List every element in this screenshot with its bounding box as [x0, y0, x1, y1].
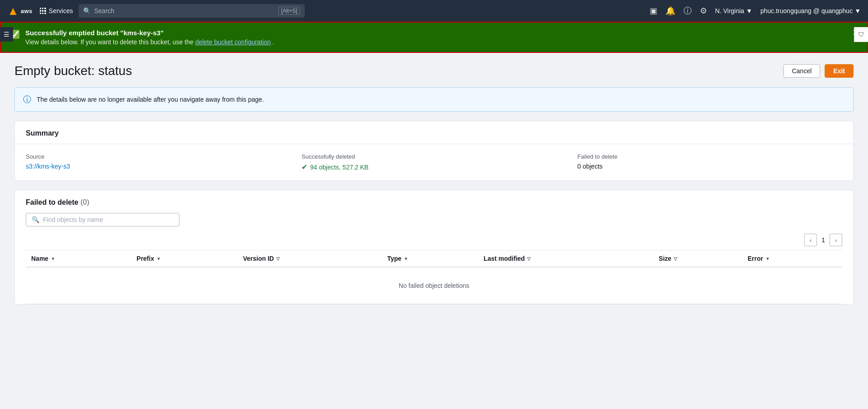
col-size-label: Size [659, 255, 671, 262]
col-type-sort-icon: ▼ [404, 256, 408, 261]
table-pagination-row: ‹ 1 › [26, 234, 842, 250]
col-type[interactable]: Type ▼ [382, 250, 478, 268]
summary-title: Summary [26, 129, 59, 137]
table-header-row: Name ▼ Prefix ▼ [26, 250, 842, 268]
search-container: 🔍 [15, 213, 853, 234]
terminal-icon[interactable]: ▣ [650, 6, 657, 16]
col-size[interactable]: Size ▽ [653, 250, 742, 268]
col-name-sort-icon: ▼ [51, 256, 55, 261]
banner-desc-after: . [273, 38, 274, 46]
source-label: Source [26, 153, 291, 160]
page-title: Empty bucket: status [14, 64, 132, 78]
col-last-modified-label: Last modified [484, 255, 525, 262]
failed-objects-table: Name ▼ Prefix ▼ [26, 250, 842, 304]
failed-delete-title: Failed to delete (0) [26, 198, 89, 206]
failed-value: 0 objects [577, 163, 842, 170]
objects-search-wrap[interactable]: 🔍 [26, 213, 179, 226]
col-prefix[interactable]: Prefix ▼ [131, 250, 237, 268]
user-label: phuc.truongquang @ quangphuc [760, 7, 853, 14]
col-name-label: Name [31, 255, 48, 262]
exit-button[interactable]: Exit [825, 64, 854, 78]
summary-source: Source s3://kms-key-s3 [26, 153, 291, 171]
col-version-id[interactable]: Version ID ▽ [237, 250, 382, 268]
info-box: ⓘ The details below are no longer availa… [14, 87, 854, 112]
summary-deleted: Successfully deleted ✔ 94 objects, 527.2… [302, 153, 566, 171]
user-menu[interactable]: phuc.truongquang @ quangphuc ▼ [760, 7, 861, 14]
main-content: Empty bucket: status Cancel Exit ⓘ The d… [0, 53, 868, 324]
pagination-next-button[interactable]: › [830, 234, 842, 246]
summary-card-header: Summary [15, 121, 853, 144]
banner-desc-before: View details below. If you want to delet… [25, 38, 193, 46]
objects-search-input[interactable] [43, 216, 174, 223]
region-selector[interactable]: N. Virginia ▼ [715, 7, 752, 14]
search-input[interactable] [94, 7, 275, 14]
deleted-label: Successfully deleted [302, 153, 566, 160]
pagination-number: 1 [821, 236, 825, 244]
info-icon: ⓘ [23, 94, 31, 105]
col-last-modified-sort-icon: ▽ [527, 256, 531, 261]
services-label: Services [49, 7, 73, 14]
no-data-row: No failed object deletions [26, 267, 842, 304]
col-prefix-sort-icon: ▼ [156, 256, 161, 261]
services-menu[interactable]: Services [40, 7, 73, 14]
page-settings-icon[interactable]: 🛡 [854, 27, 868, 42]
deleted-value: ✔ 94 objects, 527.2 KB [302, 163, 566, 171]
failed-delete-header: Failed to delete (0) [15, 190, 853, 213]
objects-search-icon: 🔍 [32, 216, 39, 223]
aws-logo[interactable]: ▲ aws [7, 5, 33, 17]
col-version-id-label: Version ID [243, 255, 274, 262]
search-icon: 🔍 [83, 7, 91, 14]
failed-delete-title-text: Failed to delete [26, 198, 78, 206]
col-size-sort-icon: ▽ [674, 256, 677, 261]
aws-logo-text: aws [21, 8, 33, 14]
banner-description: View details below. If you want to delet… [25, 38, 858, 46]
col-version-id-sort-icon: ▽ [276, 256, 280, 261]
search-shortcut: [Alt+S] [278, 7, 300, 15]
delete-bucket-config-link[interactable]: delete bucket configuration [195, 38, 271, 46]
col-error[interactable]: Error ▼ [742, 250, 842, 268]
page-wrapper: ✅ Successfully emptied bucket "kms-key-s… [0, 22, 868, 409]
pagination: ‹ 1 › [804, 234, 842, 246]
pagination-prev-button[interactable]: ‹ [804, 234, 817, 246]
col-error-label: Error [748, 255, 763, 262]
nav-right: ▣ 🔔 ⓘ ⚙ N. Virginia ▼ phuc.truongquang @… [650, 5, 861, 16]
banner-content: Successfully emptied bucket "kms-key-s3"… [25, 29, 858, 46]
info-text: The details below are no longer availabl… [37, 96, 264, 103]
page-header: Empty bucket: status Cancel Exit [14, 64, 854, 78]
failed-label: Failed to delete [577, 153, 842, 160]
summary-grid: Source s3://kms-key-s3 Successfully dele… [26, 153, 842, 171]
user-arrow: ▼ [854, 7, 861, 14]
col-type-label: Type [387, 255, 401, 262]
help-icon[interactable]: ⓘ [684, 5, 692, 16]
source-value[interactable]: s3://kms-key-s3 [26, 163, 291, 170]
col-error-sort-icon: ▼ [765, 256, 770, 261]
success-banner: ✅ Successfully emptied bucket "kms-key-s… [0, 22, 868, 53]
col-prefix-label: Prefix [137, 255, 154, 262]
region-arrow: ▼ [746, 7, 752, 14]
col-last-modified[interactable]: Last modified ▽ [478, 250, 653, 268]
failed-table-container: ‹ 1 › Name ▼ [15, 234, 853, 304]
header-actions: Cancel Exit [783, 64, 854, 78]
bell-icon[interactable]: 🔔 [665, 6, 675, 16]
no-data-message: No failed object deletions [26, 267, 842, 304]
search-bar[interactable]: 🔍 [Alt+S] [79, 4, 305, 18]
grid-icon [40, 8, 46, 14]
settings-icon[interactable]: ⚙ [700, 6, 707, 16]
sidebar-toggle[interactable]: ☰ [0, 27, 13, 42]
banner-title: Successfully emptied bucket "kms-key-s3" [25, 29, 858, 37]
col-name[interactable]: Name ▼ [26, 250, 131, 268]
region-label: N. Virginia [715, 7, 744, 14]
deleted-count: 94 objects, 527.2 KB [310, 164, 368, 171]
summary-failed: Failed to delete 0 objects [577, 153, 842, 171]
top-navigation: ▲ aws Services 🔍 [Alt+S] ▣ 🔔 ⓘ ⚙ N. Virg… [0, 0, 868, 22]
failed-delete-count: (0) [80, 198, 90, 206]
summary-card: Summary Source s3://kms-key-s3 Successfu… [14, 121, 854, 181]
failed-delete-card: Failed to delete (0) 🔍 ‹ 1 › [14, 190, 854, 305]
deleted-check-icon: ✔ [302, 163, 307, 171]
cancel-button[interactable]: Cancel [783, 64, 821, 78]
summary-card-body: Source s3://kms-key-s3 Successfully dele… [15, 144, 853, 180]
